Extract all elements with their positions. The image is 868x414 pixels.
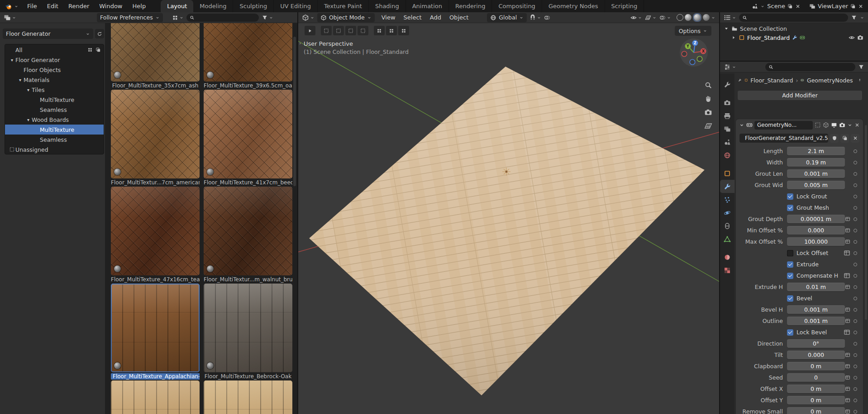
unlink-scene-icon[interactable] <box>795 4 801 9</box>
menu-item[interactable]: Object <box>445 14 472 21</box>
breadcrumb-modifier[interactable]: GeometryNodes <box>807 77 853 84</box>
catalog-item[interactable]: Materials <box>5 75 104 85</box>
mode-dropdown[interactable]: Object Mode <box>317 13 375 22</box>
input-attribute-toggle-icon[interactable] <box>845 318 850 324</box>
animate-decorator[interactable] <box>854 387 857 391</box>
disclosure-triangle[interactable] <box>731 35 736 40</box>
value-field[interactable]: 2.1 m <box>787 147 845 155</box>
input-attribute-toggle-icon[interactable] <box>845 374 850 381</box>
animate-decorator[interactable] <box>854 365 857 368</box>
catalog-item[interactable]: MultiTexture <box>5 95 104 105</box>
tab-view-layer[interactable] <box>720 122 734 135</box>
animate-decorator[interactable] <box>854 229 857 232</box>
workspace-tab[interactable]: UV Editing <box>274 0 318 12</box>
asset-library-dropdown[interactable]: Floor Generator <box>3 29 93 39</box>
tab-tool[interactable] <box>720 78 734 91</box>
catalog-item[interactable]: Floor Objects <box>5 65 104 75</box>
input-attribute-toggle-icon[interactable] <box>845 408 850 414</box>
catalog-item[interactable]: Floor Generator <box>5 55 104 65</box>
disable-render-icon[interactable] <box>857 34 863 41</box>
animate-decorator[interactable] <box>854 342 857 346</box>
tab-physics[interactable] <box>720 206 734 219</box>
input-attribute-toggle-icon[interactable] <box>845 351 850 358</box>
workspace-tab[interactable]: Layout <box>161 0 193 12</box>
select-box-button[interactable] <box>321 26 332 35</box>
catalog-item[interactable]: Seamless <box>5 135 104 144</box>
add-modifier-button[interactable]: Add Modifier <box>737 90 863 101</box>
value-field[interactable]: 0.00001 m <box>787 215 845 223</box>
outliner-row-scene-collection[interactable]: Scene Collection <box>720 24 868 33</box>
tab-scene[interactable] <box>720 135 734 149</box>
value-field[interactable]: 0.01 m <box>787 283 845 291</box>
search-input[interactable] <box>749 14 845 21</box>
tab-object[interactable] <box>720 167 734 180</box>
filter-button[interactable] <box>262 14 273 21</box>
asset-thumbnail[interactable]: Floor_MultiTexture_39x6.5cm_oak <box>204 23 292 90</box>
tab-object-data[interactable] <box>720 232 734 246</box>
value-field[interactable]: 0 <box>787 373 845 382</box>
tab-render[interactable] <box>720 96 734 109</box>
camera-view-icon[interactable] <box>704 108 712 116</box>
value-field[interactable]: 0 m <box>787 407 845 414</box>
editor-type-button[interactable] <box>724 14 736 21</box>
import-method-dropdown[interactable]: Follow Preferences <box>97 13 163 22</box>
input-attribute-toggle-icon[interactable] <box>844 272 850 279</box>
asset-thumbnail[interactable]: Floor_MultiTexture_35x7cm_ash <box>111 23 200 90</box>
input-attribute-toggle-icon[interactable] <box>845 227 850 234</box>
new-viewlayer-icon[interactable] <box>850 4 856 9</box>
workspace-tab[interactable]: Animation <box>406 0 449 12</box>
disclosure-triangle[interactable] <box>25 87 32 92</box>
catalog-item[interactable]: Unassigned <box>5 144 104 154</box>
animate-decorator[interactable] <box>854 376 857 380</box>
workspace-tab[interactable]: Sculpting <box>233 0 274 12</box>
value-field[interactable]: 0.000 <box>787 351 845 359</box>
gizmos-button[interactable] <box>645 14 657 21</box>
value-field[interactable]: 0.005 m <box>787 181 845 189</box>
input-attribute-toggle-icon[interactable] <box>845 216 850 222</box>
modifier-name-field[interactable]: GeometryNo... <box>754 121 813 130</box>
node-group-selector[interactable]: FloorGenerator_Standard_v2.5 <box>739 134 828 143</box>
asset-thumbnail[interactable]: Floor_MultiTexture_41x7cm_beech <box>204 90 292 187</box>
input-attribute-toggle-icon[interactable] <box>845 238 850 245</box>
properties-search[interactable] <box>765 63 855 71</box>
snap-button[interactable] <box>529 14 541 21</box>
breadcrumb-object[interactable]: Floor_Standard <box>750 77 793 84</box>
value-field[interactable]: 0 m <box>787 385 845 393</box>
navigation-gizmo[interactable]: X Y Z <box>680 39 708 67</box>
shading-wireframe-button[interactable] <box>677 14 683 21</box>
disclosure-triangle[interactable] <box>17 77 24 82</box>
asset-search[interactable] <box>186 14 259 22</box>
menu-item[interactable]: Window <box>94 0 127 12</box>
value-field[interactable]: 0.000 <box>787 226 845 235</box>
animate-decorator[interactable] <box>854 206 857 210</box>
animate-decorator[interactable] <box>854 251 857 255</box>
fake-user-button[interactable] <box>830 134 839 143</box>
tab-material[interactable] <box>720 250 734 264</box>
checkbox[interactable] <box>787 261 793 268</box>
animate-decorator[interactable] <box>854 183 857 187</box>
animate-decorator[interactable] <box>854 274 857 278</box>
extras-menu-icon[interactable] <box>847 122 853 128</box>
select-option-button[interactable] <box>374 26 385 35</box>
render-toggle-icon[interactable] <box>839 122 845 128</box>
input-attribute-toggle-icon[interactable] <box>845 385 850 392</box>
asset-thumbnail[interactable] <box>111 380 200 414</box>
checkbox[interactable] <box>787 273 793 279</box>
animate-decorator[interactable] <box>854 308 857 312</box>
input-attribute-toggle-icon[interactable] <box>844 250 850 256</box>
select-mode-button[interactable] <box>333 26 344 35</box>
value-field[interactable]: 0 m <box>787 362 845 371</box>
animate-decorator[interactable] <box>854 399 857 402</box>
animate-decorator[interactable] <box>854 297 857 300</box>
pan-hand-icon[interactable] <box>704 95 712 103</box>
new-catalog-icon[interactable] <box>95 47 101 53</box>
filter-funnel-icon[interactable] <box>858 64 864 70</box>
refresh-library-button[interactable] <box>95 29 104 39</box>
animate-decorator[interactable] <box>854 331 857 334</box>
animate-decorator[interactable] <box>854 195 857 198</box>
asset-thumbnail[interactable]: Floor_MultiTexture_Appalachian-Hick... <box>111 284 200 380</box>
object-visibility-button[interactable] <box>630 14 642 21</box>
zoom-icon[interactable] <box>704 81 712 89</box>
tweak-tool-button[interactable] <box>305 26 315 35</box>
copy-node-group-button[interactable] <box>840 134 849 143</box>
